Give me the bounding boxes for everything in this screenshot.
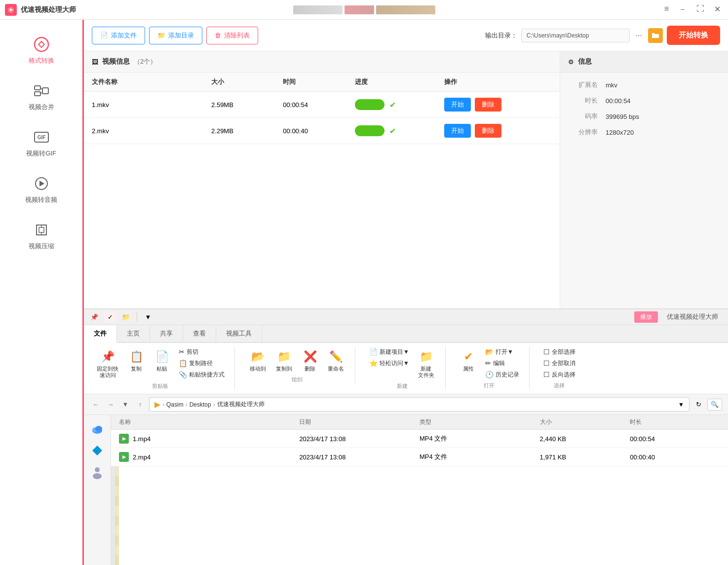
diamond-icon[interactable] xyxy=(87,441,107,460)
sidebar-item-merge[interactable]: 视频合并 xyxy=(12,76,71,117)
open-label: 打开 xyxy=(484,382,495,389)
start-convert-button[interactable]: 开始转换 xyxy=(667,26,720,45)
up-button[interactable]: ↑ xyxy=(134,399,146,411)
sidebar-item-audio[interactable]: 视频转音频 xyxy=(12,169,71,210)
add-file-button[interactable]: 📄 添加文件 xyxy=(92,27,145,44)
info-row-bitrate: 码率 399695 bps xyxy=(568,112,720,121)
select-none-button[interactable]: ☐全部取消 xyxy=(541,358,577,369)
path-app: 优速视频处理大师 xyxy=(217,400,265,409)
sidebar-item-gif[interactable]: GIF 视频转GIF xyxy=(12,122,71,164)
quick-access-icon[interactable]: 📌 xyxy=(88,311,101,322)
file-1-date: 2023/4/17 13:08 xyxy=(299,435,420,443)
list-item[interactable]: ▶ 1.mp4 2023/4/17 13:08 MP4 文件 2,440 KB … xyxy=(111,430,728,448)
app-logo xyxy=(5,4,17,16)
history-button[interactable]: 🕐历史记录 xyxy=(483,370,521,380)
output-path[interactable]: C:\Users\mayn\Desktop xyxy=(521,29,630,42)
file-name-cell-2: ▶ 2.mp4 xyxy=(119,452,299,462)
maximize-button[interactable]: ⛶ xyxy=(694,4,707,15)
start-button-2[interactable]: 开始 xyxy=(444,124,471,138)
easy-access-button[interactable]: ⭐轻松访问▼ xyxy=(367,358,411,369)
video-panel-title: 视频信息 xyxy=(102,57,130,66)
tab-view[interactable]: 查看 xyxy=(183,325,216,342)
titlebar: 优速视频处理大师 ≡ － ⛶ ✕ xyxy=(0,0,728,20)
browse-folder-button[interactable] xyxy=(648,28,663,43)
down-icon[interactable]: ▼ xyxy=(142,311,154,322)
tab-share[interactable]: 共享 xyxy=(150,325,183,342)
file-2-duration: 00:00:40 xyxy=(630,453,720,461)
properties-button[interactable]: ✔ 属性 xyxy=(458,347,479,374)
forward-button[interactable]: → xyxy=(105,399,116,411)
progress-bar-1 xyxy=(355,99,384,110)
delete-button-1[interactable]: 删除 xyxy=(475,98,501,112)
pin-quick-access-button[interactable]: 📌 固定到快速访问 xyxy=(94,347,121,380)
table-row: 1.mkv 2.59MB 00:00:54 ✔ 开始 删除 xyxy=(84,92,560,118)
cloud-icon[interactable] xyxy=(87,419,107,439)
svg-point-17 xyxy=(95,467,100,472)
move-to-button[interactable]: 📂 移动到 xyxy=(247,347,269,374)
ribbon-group-clipboard: 📌 固定到快速访问 📋 复制 📄 粘贴 ✂剪切 xyxy=(92,347,235,390)
sidebar-format-label: 格式转换 xyxy=(29,56,54,65)
col-size: 大小 xyxy=(211,77,283,86)
new-folder-button[interactable]: 📁 新建文件夹 xyxy=(415,347,437,380)
info-panel-title: 信息 xyxy=(578,57,592,66)
video-panel: 🖼 视频信息 （2个） 文件名称 大小 时间 进度 操作 1.mkv 2.59M… xyxy=(84,51,560,308)
col-filename: 名称 xyxy=(119,418,299,426)
explorer-ribbon-top: 📌 ✓ 📁 ▼ 播放 优速视频处理大师 xyxy=(84,309,728,325)
back-button[interactable]: ← xyxy=(90,399,102,411)
tab-home[interactable]: 主页 xyxy=(117,325,150,342)
edit-button[interactable]: ✏编辑 xyxy=(483,358,521,369)
file-icon-2: ▶ xyxy=(119,452,129,462)
list-item[interactable]: ▶ 2.mp4 2023/4/17 13:08 MP4 文件 1,971 KB … xyxy=(111,448,728,466)
file-size-1: 2.59MB xyxy=(211,101,283,109)
rename-button[interactable]: ✏️ 重命名 xyxy=(325,347,347,374)
path-desktop: Desktop xyxy=(190,401,211,408)
menu-button[interactable]: ≡ xyxy=(662,4,671,15)
file-1-type: MP4 文件 xyxy=(420,434,540,443)
open-button[interactable]: 📂打开▼ xyxy=(483,347,521,357)
person-icon[interactable] xyxy=(87,462,107,482)
svg-point-2 xyxy=(35,38,48,51)
tab-file[interactable]: 文件 xyxy=(84,325,117,343)
col-name: 文件名称 xyxy=(92,77,211,86)
path-dropdown-icon[interactable]: ▼ xyxy=(678,401,684,408)
add-dir-button[interactable]: 📁 添加目录 xyxy=(149,27,202,44)
select-all-button[interactable]: ☐全部选择 xyxy=(541,347,577,357)
tab-video-tools[interactable]: 视频工具 xyxy=(216,325,262,342)
paste-shortcut-button[interactable]: 📎粘贴快捷方式 xyxy=(177,370,227,380)
explorer-ribbon: 📌 固定到快速访问 📋 复制 📄 粘贴 ✂剪切 xyxy=(84,343,728,394)
new-item-button[interactable]: 📄新建项目▼ xyxy=(367,347,411,357)
info-val-resolution: 1280x720 xyxy=(606,129,634,136)
info-val-ext: mkv xyxy=(606,81,617,89)
app-title: 优速视频处理大师 xyxy=(21,5,76,14)
new-item-icon: 📄 xyxy=(369,348,378,356)
delete-button-2[interactable]: 删除 xyxy=(475,124,501,138)
address-bar[interactable]: ▶ › Qasim › Desktop › 优速视频处理大师 ▼ xyxy=(149,397,690,412)
copy-button[interactable]: 📋 复制 xyxy=(125,347,147,374)
sidebar-item-compress[interactable]: 视频压缩 xyxy=(12,215,71,257)
search-button[interactable]: 🔍 xyxy=(707,399,722,411)
close-button[interactable]: ✕ xyxy=(712,4,723,15)
delete-file-button[interactable]: ❌ 删除 xyxy=(299,347,321,374)
copy-to-button[interactable]: 📁 复制到 xyxy=(273,347,295,374)
minimize-button[interactable]: － xyxy=(676,4,689,15)
sidebar-item-format[interactable]: 格式转换 xyxy=(12,30,71,71)
copy-path-button[interactable]: 📋复制路径 xyxy=(177,358,227,369)
check-icon[interactable]: ✓ xyxy=(104,311,116,322)
more-options-button[interactable]: ··· xyxy=(634,31,644,40)
refresh-button[interactable]: ↻ xyxy=(692,399,704,411)
rename-icon: ✏️ xyxy=(328,349,344,365)
play-button[interactable]: 播放 xyxy=(634,311,658,323)
recent-button[interactable]: ▼ xyxy=(119,399,131,411)
info-row-duration: 时长 00:00:54 xyxy=(568,96,720,105)
clear-list-button[interactable]: 🗑 清除列表 xyxy=(206,27,258,44)
folder-icon[interactable]: 📁 xyxy=(119,311,132,322)
paste-button[interactable]: 📄 粘贴 xyxy=(151,347,173,374)
select-none-icon: ☐ xyxy=(543,359,550,367)
cut-button[interactable]: ✂剪切 xyxy=(177,347,227,357)
copy-to-icon: 📁 xyxy=(276,349,292,365)
file-table-header: 名称 日期 类型 大小 时长 xyxy=(111,415,728,430)
edit-icon: ✏ xyxy=(485,359,491,367)
invert-select-button[interactable]: ☐反向选择 xyxy=(541,370,577,380)
sidebar-compress-label: 视频压缩 xyxy=(29,242,54,251)
start-button-1[interactable]: 开始 xyxy=(444,98,471,112)
